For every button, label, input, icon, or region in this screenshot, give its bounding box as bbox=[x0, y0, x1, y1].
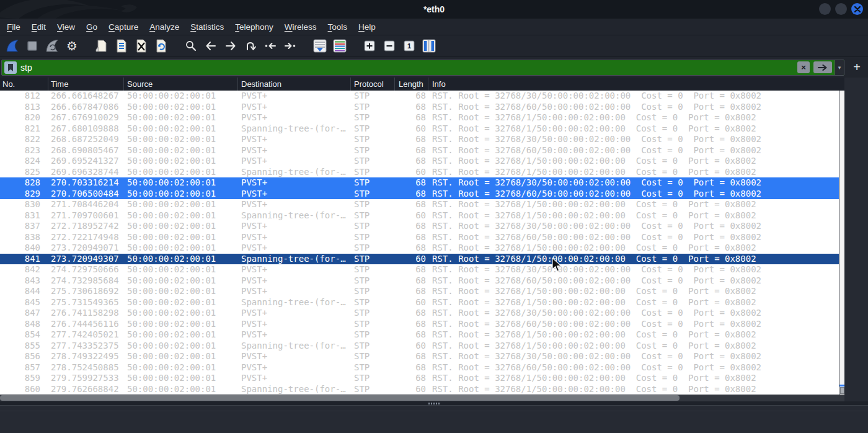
filter-bookmark-button[interactable] bbox=[4, 61, 17, 74]
close-button[interactable] bbox=[851, 3, 863, 15]
menu-go[interactable]: Go bbox=[81, 19, 103, 35]
cell-dst: PVST+ bbox=[238, 351, 351, 362]
stop-capture-button[interactable] bbox=[23, 37, 42, 55]
cell-src: 50:00:00:02:00:01 bbox=[124, 156, 238, 167]
packet-row[interactable]: 823268.69080546750:00:00:02:00:01PVST+ST… bbox=[0, 145, 839, 156]
cell-dst: PVST+ bbox=[238, 264, 351, 275]
column-header-destination[interactable]: Destination bbox=[238, 78, 351, 91]
close-file-button[interactable] bbox=[132, 37, 151, 55]
cell-info: RST. Root = 32768/1/50:00:00:02:00:00 Co… bbox=[428, 297, 839, 308]
vertical-scrollbar-thumb[interactable] bbox=[840, 387, 844, 394]
cell-proto: STP bbox=[351, 123, 395, 135]
reload-file-icon bbox=[154, 38, 168, 53]
packet-row[interactable]: 855277.74335237550:00:00:02:00:01Spannin… bbox=[0, 341, 839, 352]
packet-row[interactable]: 813266.66784708650:00:00:02:00:01PVST+ST… bbox=[0, 102, 839, 113]
menu-analyze[interactable]: Analyze bbox=[144, 19, 185, 35]
menu-view[interactable]: View bbox=[51, 19, 81, 35]
reload-file-button[interactable] bbox=[152, 37, 170, 55]
cell-len: 68 bbox=[395, 156, 428, 167]
zoom-out-button[interactable] bbox=[380, 37, 399, 55]
packet-row[interactable]: 821267.68010988850:00:00:02:00:01Spannin… bbox=[0, 123, 839, 135]
cell-len: 68 bbox=[395, 91, 428, 102]
go-to-last-packet-button[interactable] bbox=[281, 37, 299, 55]
auto-scroll-button[interactable] bbox=[311, 37, 329, 55]
cell-len: 68 bbox=[395, 112, 428, 123]
menu-statistics[interactable]: Statistics bbox=[185, 19, 229, 35]
colorize-button[interactable] bbox=[330, 37, 349, 55]
filter-add-button[interactable]: + bbox=[849, 60, 864, 75]
packet-row[interactable]: 856278.74932249550:00:00:02:00:01PVST+ST… bbox=[0, 351, 839, 362]
capture-options-button[interactable]: ⚙ bbox=[63, 37, 81, 55]
menu-telephony[interactable]: Telephony bbox=[229, 19, 279, 35]
cell-no: 845 bbox=[0, 297, 48, 308]
packet-row[interactable]: 831271.70970060150:00:00:02:00:01Spannin… bbox=[0, 210, 839, 221]
packet-row[interactable]: 840273.72094907150:00:00:02:00:01PVST+ST… bbox=[0, 243, 839, 254]
cell-dst: PVST+ bbox=[238, 177, 351, 189]
packet-row[interactable]: 822268.68725204950:00:00:02:00:01PVST+ST… bbox=[0, 134, 839, 145]
cell-no: 828 bbox=[0, 177, 48, 189]
find-packet-button[interactable] bbox=[182, 37, 200, 55]
filter-clear-button[interactable]: × bbox=[797, 61, 810, 73]
cell-no: 860 bbox=[0, 384, 48, 395]
zoom-in-button[interactable] bbox=[360, 37, 379, 55]
packet-row[interactable]: 824269.69524132750:00:00:02:00:01PVST+ST… bbox=[0, 156, 839, 167]
packet-row[interactable]: 830271.70844620450:00:00:02:00:01PVST+ST… bbox=[0, 199, 839, 210]
maximize-button[interactable] bbox=[835, 3, 847, 15]
packet-row[interactable]: 842274.72975066650:00:00:02:00:01PVST+ST… bbox=[0, 264, 839, 275]
packet-row[interactable]: 854277.74240502150:00:00:02:00:01PVST+ST… bbox=[0, 329, 839, 341]
open-file-button[interactable] bbox=[92, 37, 111, 55]
column-header-protocol[interactable]: Protocol bbox=[351, 78, 395, 91]
column-header-time[interactable]: Time bbox=[48, 78, 124, 91]
restart-capture-button[interactable] bbox=[43, 37, 61, 55]
start-capture-button[interactable] bbox=[3, 37, 22, 55]
menu-file[interactable]: File bbox=[1, 19, 26, 35]
zoom-in-icon bbox=[364, 40, 375, 51]
vertical-scrollbar[interactable] bbox=[839, 91, 844, 395]
column-header-source[interactable]: Source bbox=[124, 78, 238, 91]
zoom-100-button[interactable]: 1 bbox=[400, 37, 418, 55]
packet-row[interactable]: 820267.67691002950:00:00:02:00:01PVST+ST… bbox=[0, 112, 839, 123]
menu-capture[interactable]: Capture bbox=[103, 19, 144, 35]
cell-info: RST. Root = 32768/60/50:00:00:02:00:00 C… bbox=[428, 145, 839, 156]
packet-row[interactable]: 841273.72094930750:00:00:02:00:01Spannin… bbox=[0, 254, 839, 265]
filter-history-dropdown[interactable]: ▾ bbox=[835, 60, 844, 75]
go-to-packet-button[interactable] bbox=[241, 37, 260, 55]
jump-arrow-icon bbox=[244, 39, 257, 53]
horizontal-scrollbar[interactable] bbox=[0, 395, 844, 401]
packet-row[interactable]: 847276.74115829850:00:00:02:00:01PVST+ST… bbox=[0, 308, 839, 319]
packet-row[interactable]: 837272.71895274250:00:00:02:00:01PVST+ST… bbox=[0, 221, 839, 232]
packet-row[interactable]: 843274.73298568450:00:00:02:00:01PVST+ST… bbox=[0, 275, 839, 287]
minimize-button[interactable] bbox=[819, 3, 831, 15]
column-header-length[interactable]: Length bbox=[395, 78, 428, 91]
menu-edit[interactable]: Edit bbox=[26, 19, 51, 35]
display-filter-input[interactable]: stp × bbox=[2, 60, 835, 75]
column-header-info[interactable]: Info bbox=[428, 78, 844, 91]
menu-tools[interactable]: Tools bbox=[322, 19, 353, 35]
packet-row[interactable]: 857278.75245088550:00:00:02:00:01PVST+ST… bbox=[0, 362, 839, 373]
horizontal-scrollbar-thumb[interactable] bbox=[0, 395, 680, 401]
go-back-button[interactable] bbox=[202, 37, 220, 55]
packet-row[interactable]: 845275.73154936550:00:00:02:00:01Spannin… bbox=[0, 297, 839, 308]
packet-row[interactable]: 825269.69632874450:00:00:02:00:01Spannin… bbox=[0, 167, 839, 178]
go-forward-button[interactable] bbox=[221, 37, 240, 55]
cell-src: 50:00:00:02:00:01 bbox=[124, 373, 238, 384]
cell-len: 68 bbox=[395, 319, 428, 330]
packet-row[interactable]: 829270.70650048450:00:00:02:00:01PVST+ST… bbox=[0, 189, 839, 200]
cell-proto: STP bbox=[351, 254, 395, 265]
packet-row[interactable]: 859279.75992753350:00:00:02:00:01PVST+ST… bbox=[0, 373, 839, 384]
save-file-button[interactable] bbox=[112, 37, 131, 55]
menu-help[interactable]: Help bbox=[353, 19, 381, 35]
packet-row[interactable]: 860279.76266884250:00:00:02:00:01Spannin… bbox=[0, 384, 839, 395]
packet-row[interactable]: 838272.72217494850:00:00:02:00:01PVST+ST… bbox=[0, 232, 839, 243]
packet-row[interactable]: 848276.74445611650:00:00:02:00:01PVST+ST… bbox=[0, 319, 839, 330]
resize-columns-button[interactable] bbox=[420, 37, 438, 55]
column-header-no[interactable]: No. bbox=[0, 78, 48, 91]
packet-row[interactable]: 844275.73061869250:00:00:02:00:01PVST+ST… bbox=[0, 286, 839, 297]
gear-icon: ⚙ bbox=[66, 40, 78, 52]
go-to-first-packet-button[interactable] bbox=[261, 37, 280, 55]
cell-src: 50:00:00:02:00:01 bbox=[124, 329, 238, 341]
menu-wireless[interactable]: Wireless bbox=[279, 19, 322, 35]
packet-row[interactable]: 812266.66164826750:00:00:02:00:01PVST+ST… bbox=[0, 91, 839, 102]
packet-row[interactable]: 828270.70331621450:00:00:02:00:01PVST+ST… bbox=[0, 177, 839, 189]
filter-apply-button[interactable] bbox=[813, 61, 832, 73]
